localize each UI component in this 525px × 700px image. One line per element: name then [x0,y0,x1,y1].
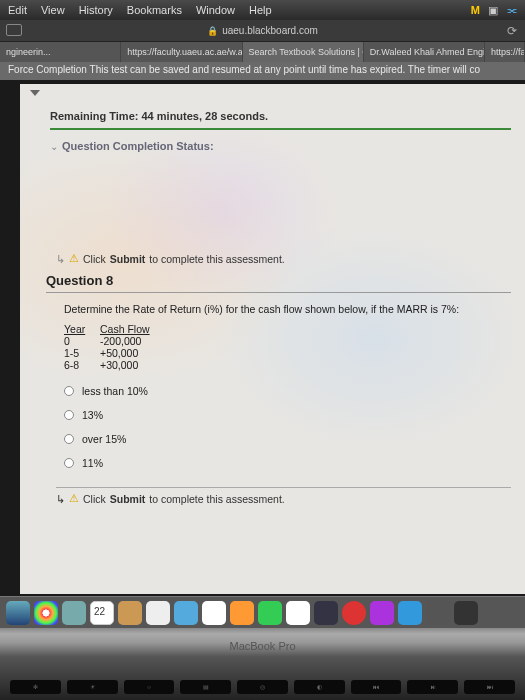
completion-status[interactable]: ⌄ Question Completion Status: [50,140,511,152]
radio-icon[interactable] [64,386,74,396]
warning-icon: ⚠ [69,492,79,505]
lock-icon: 🔒 [207,26,218,36]
cashflow-table: Year Cash Flow 0-200,000 1-5+50,000 6-8+… [64,323,511,371]
submit-hint-top: ↳ ⚠ Click Submit to complete this assess… [56,252,511,265]
remaining-time: Remaining Time: 44 minutes, 28 seconds. [50,110,511,130]
dock-app-icon[interactable] [118,601,142,625]
browser-toolbar: 🔒 uaeu.blackboard.com ⟳ [0,20,525,42]
dock-app-icon[interactable] [286,601,310,625]
tab-bar: ngineerin... https://faculty.uaeu.ac.ae/… [0,42,525,62]
status-label: Question Completion Status: [62,140,214,152]
fn-key: ⏯ [407,680,458,694]
dock-app-icon[interactable] [342,601,366,625]
tab-5[interactable]: https://fa [485,42,525,62]
menu-edit[interactable]: Edit [8,4,27,16]
answer-options: less than 10% 13% over 15% 11% [64,385,511,469]
timer-label: Remaining Time: [50,110,138,122]
tab-4[interactable]: Dr.Waleed Khali Ahmed Engineeri... [364,42,485,62]
dock-app-icon[interactable] [146,601,170,625]
fn-key: ◎ [237,680,288,694]
dock-app-icon[interactable] [454,601,478,625]
dock-app-icon[interactable] [62,601,86,625]
sidebar-toggle-icon[interactable] [6,24,22,36]
col-cashflow: Cash Flow [100,323,150,335]
page-content: Remaining Time: 44 minutes, 28 seconds. … [20,84,525,594]
arrow-icon: ↳ [56,493,65,505]
tab-2[interactable]: https://faculty.uaeu.ac.ae/w.ahm... [121,42,242,62]
menu-bookmarks[interactable]: Bookmarks [127,4,182,16]
tab-1[interactable]: ngineerin... [0,42,121,62]
function-keys: ✻ ☀ ☼ ▤ ◎ ◐ ⏮ ⏯ ⏭ [10,680,515,694]
menubar: Edit View History Bookmarks Window Help … [0,0,525,20]
dock-chrome-icon[interactable] [34,601,58,625]
menu-history[interactable]: History [79,4,113,16]
dropdown-arrow-icon[interactable] [30,90,40,96]
warning-icon: ⚠ [69,252,79,265]
dock-finder-icon[interactable] [6,601,30,625]
menu-window[interactable]: Window [196,4,235,16]
fn-key: ◐ [294,680,345,694]
option-c[interactable]: over 15% [64,433,511,445]
fn-key: ⏮ [351,680,402,694]
option-b[interactable]: 13% [64,409,511,421]
dock-calendar-icon[interactable] [90,601,114,625]
radio-icon[interactable] [64,434,74,444]
fn-key: ☼ [124,680,175,694]
force-completion-notice: Force Completion This test can be saved … [0,62,525,80]
submit-hint-bottom: ↳ ⚠ Click Submit to complete this assess… [56,487,511,505]
question-title: Question 8 [46,273,511,293]
dock-app-icon[interactable] [314,601,338,625]
tab-3[interactable]: Search Textbook Solutions | Che... [243,42,364,62]
share-icon: ⫘ [506,4,517,16]
menu-view[interactable]: View [41,4,65,16]
dock-appstore-icon[interactable] [398,601,422,625]
url-text: uaeu.blackboard.com [222,25,318,36]
fn-key: ✻ [10,680,61,694]
dock-app-icon[interactable] [202,601,226,625]
dock-app-icon[interactable] [230,601,254,625]
dock-app-icon[interactable] [174,601,198,625]
col-year: Year [64,323,100,335]
fn-key: ▤ [180,680,231,694]
arrow-icon: ↳ [56,253,65,265]
option-d[interactable]: 11% [64,457,511,469]
radio-icon[interactable] [64,458,74,468]
menu-help[interactable]: Help [249,4,272,16]
question-body: Determine the Rate of Return (i%) for th… [64,303,511,469]
chevron-icon: ⌄ [50,141,58,152]
reload-icon[interactable]: ⟳ [507,24,517,38]
dock [0,596,525,628]
fn-key: ⏭ [464,680,515,694]
address-bar[interactable]: 🔒 uaeu.blackboard.com [207,25,318,36]
mail-icon: M [471,4,480,16]
radio-icon[interactable] [64,410,74,420]
dock-messages-icon[interactable] [258,601,282,625]
dock-app-icon[interactable] [426,601,450,625]
camera-icon: ▣ [488,4,498,17]
laptop-label: MacBook Pro [0,640,525,652]
option-a[interactable]: less than 10% [64,385,511,397]
question-prompt: Determine the Rate of Return (i%) for th… [64,303,511,315]
timer-value: 44 minutes, 28 seconds. [142,110,269,122]
fn-key: ☀ [67,680,118,694]
dock-itunes-icon[interactable] [370,601,394,625]
